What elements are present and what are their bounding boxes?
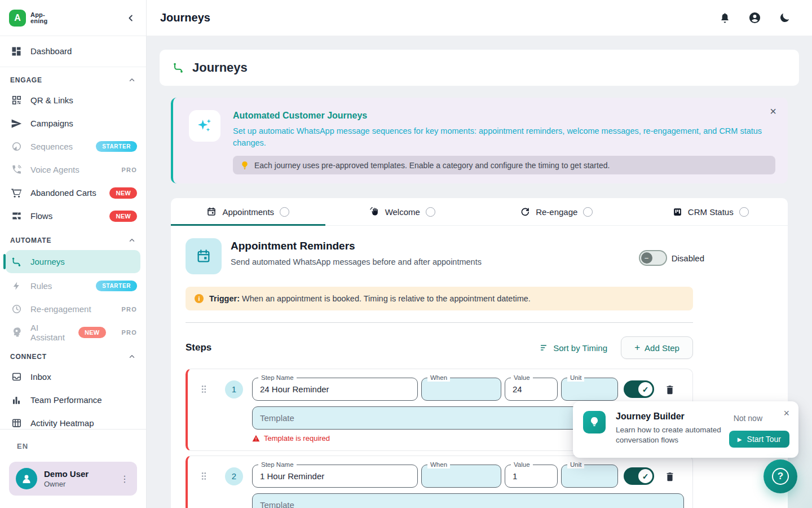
- notifications-bell-icon[interactable]: [719, 12, 731, 24]
- play-icon: ▶: [738, 436, 742, 443]
- plus-icon: +: [634, 342, 640, 353]
- template-error-text: Template is required: [264, 434, 330, 443]
- sidebar-item-rules[interactable]: Rules STARTER: [0, 274, 146, 297]
- value-field[interactable]: Value: [505, 378, 558, 401]
- category-title: Appointment Reminders: [231, 240, 482, 252]
- pro-tag: PRO: [122, 306, 137, 313]
- step-name-field[interactable]: Step Name: [252, 465, 418, 488]
- sidebar-item-sequences[interactable]: Sequences STARTER: [0, 135, 146, 158]
- toggle-knob: ✓: [638, 382, 652, 396]
- sidebar-item-re-engagement[interactable]: Re-engagement PRO: [0, 297, 146, 321]
- sort-icon: [540, 343, 549, 352]
- category-enable-toggle[interactable]: −: [639, 250, 667, 266]
- sidebar-item-label: Inbox: [30, 372, 51, 382]
- tab-radio[interactable]: [739, 207, 749, 217]
- tab-re-engage[interactable]: Re-engage: [479, 198, 634, 225]
- unit-select[interactable]: Unit: [561, 378, 618, 401]
- tab-crm-status[interactable]: CRM Status: [634, 198, 788, 225]
- tab-label: CRM Status: [688, 207, 734, 217]
- tab-radio[interactable]: [426, 207, 435, 217]
- banner-tip: Each journey uses pre-approved templates…: [233, 156, 775, 174]
- category-tabs: Appointments Welcome Re-engage: [171, 198, 788, 226]
- value-label: Value: [511, 374, 533, 382]
- sidebar-item-activity-heatmap[interactable]: Activity Heatmap: [0, 411, 146, 429]
- sidebar-item-abandoned-carts[interactable]: Abandoned Carts NEW: [0, 181, 146, 204]
- when-select[interactable]: When: [421, 465, 501, 488]
- bar-chart-icon: [10, 395, 23, 405]
- sidebar-item-dashboard[interactable]: Dashboard: [0, 40, 146, 63]
- tab-radio[interactable]: [583, 207, 593, 217]
- step-name-label: Step Name: [258, 374, 297, 382]
- when-label: When: [427, 374, 450, 382]
- avatar: [16, 468, 37, 489]
- sidebar-collapse-icon[interactable]: [126, 13, 136, 23]
- app-logo-icon: A: [9, 10, 26, 27]
- tab-radio[interactable]: [280, 207, 289, 217]
- ai-assistant-icon: [10, 327, 23, 338]
- drag-handle-icon[interactable]: [197, 384, 210, 394]
- step-name-input[interactable]: [260, 384, 410, 394]
- template-input[interactable]: [260, 500, 676, 508]
- kebab-menu-icon[interactable]: ⋮: [117, 474, 133, 484]
- start-tour-button[interactable]: ▶ Start Tour: [729, 431, 789, 448]
- value-input[interactable]: [513, 471, 550, 481]
- lightbulb-icon: [241, 161, 249, 170]
- value-field[interactable]: Value: [505, 465, 558, 488]
- template-select[interactable]: [252, 493, 684, 508]
- sidebar-item-team-performance[interactable]: Team Performance: [0, 388, 146, 411]
- help-button[interactable]: ?: [764, 459, 797, 493]
- add-step-button[interactable]: + Add Step: [621, 336, 693, 359]
- sparkles-icon: [189, 110, 220, 142]
- sidebar-item-campaigns[interactable]: Campaigns: [0, 112, 146, 135]
- step-name-input[interactable]: [260, 471, 410, 481]
- chevron-up-icon: [128, 353, 136, 361]
- topbar-title: Journeys: [160, 11, 210, 24]
- app-logo[interactable]: A App- ening: [9, 10, 47, 27]
- value-input[interactable]: [513, 384, 550, 394]
- step-name-field[interactable]: Step Name: [252, 378, 418, 401]
- chevron-up-icon: [128, 237, 136, 244]
- step-enabled-toggle[interactable]: ✓: [624, 467, 654, 485]
- sidebar-item-label: Dashboard: [30, 46, 72, 56]
- sidebar-item-label: Flows: [30, 211, 52, 221]
- dark-mode-moon-icon[interactable]: [779, 12, 791, 24]
- when-select[interactable]: When: [421, 378, 501, 401]
- sort-by-timing-button[interactable]: Sort by Timing: [540, 343, 607, 353]
- unit-select[interactable]: Unit: [561, 465, 618, 488]
- delete-step-trash-icon[interactable]: [664, 384, 676, 395]
- user-card[interactable]: Demo User Owner ⋮: [9, 462, 137, 496]
- banner-tip-text: Each journey uses pre-approved templates…: [254, 161, 610, 170]
- not-now-link[interactable]: Not now: [734, 414, 762, 423]
- sidebar-item-flows[interactable]: Flows NEW: [0, 204, 146, 227]
- close-icon[interactable]: ×: [770, 106, 776, 117]
- send-icon: [10, 118, 23, 129]
- step-number-badge: 2: [225, 467, 243, 485]
- sidebar-item-ai-assistant[interactable]: AI Assistant NEW PRO: [0, 321, 146, 344]
- step-number-badge: 1: [225, 380, 243, 398]
- sidebar-item-voice-agents[interactable]: Voice Agents PRO: [0, 158, 146, 181]
- tab-appointments[interactable]: Appointments: [171, 198, 325, 225]
- sidebar-section-connect[interactable]: CONNECT: [0, 348, 146, 365]
- step-card-2: 2 Step Name When Value Unit: [186, 456, 693, 508]
- drag-handle-icon[interactable]: [197, 471, 210, 481]
- sidebar-item-qr-links[interactable]: QR & Links: [0, 89, 146, 112]
- category-header: Appointment Reminders Send automated Wha…: [186, 238, 704, 274]
- category-description: Send automated WhatsApp messages before …: [231, 257, 482, 266]
- language-selector[interactable]: EN: [17, 442, 137, 450]
- starter-badge: STARTER: [96, 141, 137, 152]
- sidebar-item-inbox[interactable]: Inbox: [0, 365, 146, 388]
- close-icon[interactable]: ×: [783, 408, 789, 418]
- sidebar-item-journeys[interactable]: Journeys: [6, 250, 140, 273]
- sidebar-divider: [0, 67, 146, 67]
- sidebar-item-label: Voice Agents: [30, 165, 80, 174]
- calendar-icon: [206, 207, 217, 217]
- sidebar-section-automate[interactable]: AUTOMATE: [0, 232, 146, 249]
- category-status: Disabled: [672, 253, 704, 263]
- step-enabled-toggle[interactable]: ✓: [624, 380, 654, 398]
- account-icon[interactable]: [748, 11, 761, 24]
- sidebar-section-engage[interactable]: ENGAGE: [0, 72, 146, 89]
- delete-step-trash-icon[interactable]: [664, 471, 676, 482]
- sidebar-item-label: QR & Links: [30, 95, 73, 105]
- topbar: Journeys: [147, 0, 812, 36]
- tab-welcome[interactable]: Welcome: [325, 198, 480, 225]
